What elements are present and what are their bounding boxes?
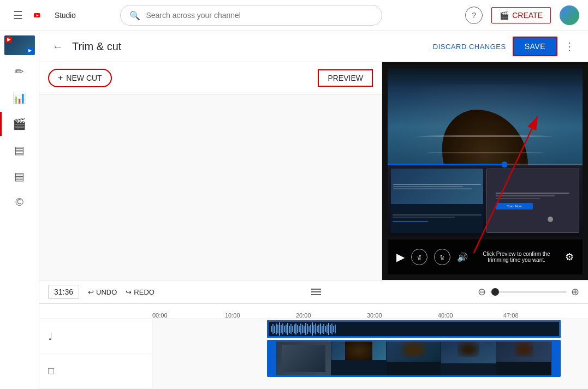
audio-track-label: ♩ [39,319,152,354]
timeline-tracks: ♩ □ [39,319,588,389]
settings-button[interactable]: ⚙ [565,251,574,263]
top-nav: ☰ Studio 🔍 ? 🎬 CREATE [0,0,588,31]
preview-button[interactable]: PREVIEW [318,69,373,87]
waveform [271,322,557,336]
zoom-out-button[interactable]: ⊖ [478,286,486,298]
timecode-display: 31:36 [48,285,79,299]
timeline-ruler: 00:00 10:00 20:00 30:00 40:00 47:08 [39,304,588,319]
sidebar: ▶ ▶ ✏ 📊 🎬 ▤ ▤ © [0,31,39,389]
search-box[interactable]: 🔍 [120,5,382,26]
forward-button[interactable]: ↻ 10 [434,249,450,265]
volume-button[interactable]: 🔊 [457,252,468,262]
new-cut-label: NEW CUT [66,74,102,82]
comments-icon: ▤ [14,170,25,183]
youtube-icon [34,9,51,21]
video-track-label: □ [39,354,152,389]
thumb-badge: ▶ [26,46,34,54]
video-sub-panel: Train Now [388,165,583,236]
hamburger-menu[interactable]: ☰ [9,4,27,26]
rewind-button[interactable]: ↺ 10 [411,249,427,265]
sidebar-item-subtitles[interactable]: ▤ [0,138,39,162]
video-progress-fill [388,164,504,165]
undo-icon: ↩ [88,288,94,296]
video-progress-dot[interactable] [502,161,508,167]
sub-panel-left [391,169,483,233]
subtitles-icon: ▤ [14,143,25,157]
timeline-menu-button[interactable] [311,289,321,295]
sidebar-item-comments[interactable]: ▤ [0,164,39,188]
ruler-mark-0: 00:00 [152,312,168,319]
undo-button[interactable]: ↩ UNDO [88,288,117,296]
sidebar-item-video[interactable]: 🎬 [0,112,39,136]
video-thumbnail-sidebar[interactable]: ▶ ▶ [4,35,35,55]
help-icon: ? [472,11,476,20]
thumb-3 [387,342,442,375]
page-header: ← Trim & cut DISCARD CHANGES SAVE ⋮ [39,31,588,62]
edit-icon: ✏ [15,65,24,78]
new-cut-button[interactable]: + NEW CUT [48,69,112,87]
thumb-1 [276,342,331,375]
page-header-right: DISCARD CHANGES SAVE ⋮ [433,37,575,56]
video-controls-bar: ▶ ↺ 10 ↻ 10 🔊 Click Preview to confirm t… [388,240,583,274]
thumb-yt-icon: ▶ [7,37,10,42]
preview-panel: Train Now [382,62,588,280]
video-frame: Train Now [388,68,583,236]
page-header-left: ← Trim & cut [52,40,121,53]
timeline-section: 31:36 ↩ UNDO ↪ REDO ⊖ [39,280,588,389]
audio-icon: ♩ [48,331,52,343]
redo-label: REDO [134,288,155,296]
track-area [152,319,588,389]
sub-panel-right: Train Now [486,169,580,233]
discard-changes-button[interactable]: DISCARD CHANGES [433,43,506,51]
editor-panel: + NEW CUT PREVIEW [39,62,382,280]
zoom-controls: ⊖ ⊕ [478,286,579,298]
play-button[interactable]: ▶ [396,250,405,264]
video-icon: 🎬 [13,117,26,130]
sidebar-item-analytics[interactable]: 📊 [0,86,39,110]
sidebar-item-edit[interactable]: ✏ [0,59,39,83]
video-strip[interactable] [267,340,561,377]
save-button[interactable]: SAVE [513,37,557,56]
ruler-mark-4: 40:00 [438,312,453,319]
video-track-icon: □ [48,366,54,377]
new-cut-plus-icon: + [58,73,63,83]
search-input[interactable] [146,11,373,20]
more-options-button[interactable]: ⋮ [564,40,575,53]
video-progress-bar-overlay[interactable] [388,164,583,165]
editor-toolbar: + NEW CUT PREVIEW [39,62,382,94]
thumb-2 [331,342,387,375]
studio-label: Studio [55,11,76,20]
nav-right: ? 🎬 CREATE [465,5,579,25]
avatar[interactable] [560,5,579,25]
sidebar-item-copyright[interactable]: © [0,190,39,214]
audio-strip[interactable] [267,320,561,338]
zoom-in-button[interactable]: ⊕ [571,286,579,298]
create-button[interactable]: 🎬 CREATE [491,7,551,23]
main-layout: ▶ ▶ ✏ 📊 🎬 ▤ ▤ © ← Trim [0,31,588,389]
video-preview-container: Train Now [382,62,588,280]
redo-icon: ↪ [126,288,132,296]
page-title: Trim & cut [72,40,121,53]
ruler-mark-1: 10:00 [225,312,240,319]
strip-left-handle[interactable] [269,342,276,375]
thumb-5 [496,342,551,375]
content-area: ← Trim & cut DISCARD CHANGES SAVE ⋮ + NE… [39,31,588,389]
timeline-center-controls [311,289,321,295]
zoom-slider[interactable] [490,291,567,293]
help-button[interactable]: ? [465,7,483,24]
strip-right-handle[interactable] [551,342,559,375]
strip-thumbnails [276,342,551,375]
timeline-toolbar: 31:36 ↩ UNDO ↪ REDO ⊖ [39,280,588,304]
back-button[interactable]: ← [52,40,63,53]
ruler-mark-2: 20:00 [296,312,311,319]
ruler-mark-5: 47:08 [503,312,519,319]
thumb-4 [441,342,496,375]
logo[interactable]: Studio [34,9,76,21]
redo-button[interactable]: ↪ REDO [126,288,155,296]
create-label: CREATE [512,11,543,20]
caption-display: Click Preview to confirm the trimming ti… [474,251,559,263]
video-bg: Train Now [382,62,588,280]
track-labels: ♩ □ [39,319,152,389]
zoom-handle[interactable] [491,288,499,296]
analytics-icon: 📊 [13,91,26,104]
